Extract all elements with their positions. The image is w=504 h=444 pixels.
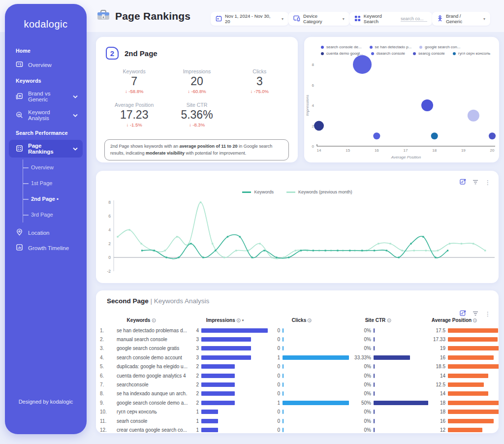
info-icon	[152, 318, 156, 322]
table-row[interactable]: 4.search console demo account3133.33%16	[96, 353, 499, 362]
cell-bar	[283, 355, 349, 360]
keywords-line-chart[interactable]: 86420-2	[96, 196, 499, 281]
bubble-point[interactable]	[373, 132, 380, 139]
cell-value: 4	[188, 328, 200, 333]
table-row[interactable]: 10.гугл серч консоль100%18	[96, 408, 499, 416]
table-row[interactable]: 5.duplicada: google ha elegido u...200%1…	[96, 362, 499, 371]
chart-toolbar	[460, 309, 491, 318]
sidebar-item-brand-vs-generic[interactable]: Brand vs Generic	[9, 88, 83, 105]
column-header-impressions[interactable]: Impressions▾	[206, 317, 244, 323]
svg-text:19: 19	[461, 148, 466, 153]
svg-text:0: 0	[108, 255, 111, 260]
subnav-item[interactable]: 1st Page	[23, 175, 87, 191]
row-number: 12.	[100, 427, 117, 433]
column-header-average-position[interactable]: Average Position	[432, 317, 477, 323]
subnav-item[interactable]: 3rd Page	[23, 207, 87, 222]
svg-text:6: 6	[312, 83, 315, 88]
stat-delta: ↓ -75.0%	[228, 89, 291, 94]
legend-item[interactable]: search console de...	[321, 45, 362, 49]
bubble-point[interactable]	[489, 132, 496, 139]
cell-value: 0%	[352, 337, 373, 342]
info-icon	[308, 318, 312, 322]
cell-value: 33.33%	[352, 355, 373, 360]
keyword-search-filter[interactable]: Keyword Search	[349, 12, 432, 26]
cell-bar	[448, 364, 499, 369]
table-row[interactable]: 2.manual search console300%17.33	[96, 335, 499, 344]
cell-value: 14	[429, 373, 447, 379]
cell-value: 50%	[352, 400, 373, 406]
cell-value: 1	[271, 355, 282, 360]
nav-section-search-performance: Search Performance	[5, 125, 87, 139]
cell-bar	[374, 374, 375, 378]
keyword-cell: гугл серч консоль	[117, 409, 188, 414]
nav-section-home: Home	[5, 43, 87, 57]
cell-value: 0	[271, 373, 282, 379]
table-row[interactable]: 7.searchconsole200%12.5	[96, 380, 499, 389]
sidebar-item-page-rankings[interactable]: Page Rankings	[9, 140, 83, 158]
table-row[interactable]: 6.cuenta demo google analytics 4200%14	[96, 371, 499, 380]
cell-value: 12	[429, 427, 447, 433]
cell-value: 1	[188, 418, 200, 424]
bubble-point[interactable]	[468, 110, 479, 122]
page-rankings-subnav: Overview1st Page2nd Page •3rd Page	[23, 159, 87, 222]
bubble-chart[interactable]: 8642014151617181920Average PositionImpre…	[304, 54, 499, 161]
sidebar-item-growth-timeline[interactable]: Growth Timeline	[9, 241, 83, 255]
filter-icon[interactable]	[472, 309, 478, 318]
sidebar-item-keyword-analysis[interactable]: Keyword Analysis	[9, 106, 83, 124]
date-range-filter[interactable]: Nov 1, 2024 - Nov 30, 20 ▾	[211, 12, 288, 26]
table-row[interactable]: 3.google search console gratis300%19	[96, 344, 499, 353]
sidebar-item-overview[interactable]: Overview	[9, 58, 83, 72]
table-row[interactable]: 12.crear cuenta google search co...100%1…	[96, 425, 499, 433]
stat-label: Average Position	[103, 102, 165, 108]
svg-text:6: 6	[108, 214, 111, 219]
svg-text:15: 15	[346, 148, 350, 153]
cell-value: 0	[271, 391, 282, 396]
brand-generic-filter[interactable]: Brand / Generic ▾	[432, 12, 490, 26]
cell-bar	[374, 419, 375, 423]
column-header-keywords[interactable]: Keywords	[127, 317, 156, 323]
column-header-site-ctr[interactable]: Site CTR	[365, 317, 391, 323]
legend-item[interactable]: Keywords	[242, 190, 274, 194]
keyword-search-input[interactable]	[401, 16, 427, 22]
table-row[interactable]: 9.google search console demo a...2150%18	[96, 398, 499, 407]
bubble-point[interactable]	[353, 55, 372, 74]
row-number: 10.	[100, 409, 117, 414]
bubble-point[interactable]	[431, 132, 438, 139]
device-category-filter[interactable]: Device Category ▾	[288, 12, 349, 26]
kebab-menu-icon[interactable]	[485, 309, 491, 318]
legend-item[interactable]: se han detectado p...	[370, 45, 412, 49]
bubble-point[interactable]	[314, 121, 324, 131]
caret-down-icon: ▾	[343, 17, 345, 21]
sidebar-item-location[interactable]: Location	[9, 225, 83, 240]
cell-value: 17.5	[429, 328, 447, 333]
table-row[interactable]: 11.searh console100%16	[96, 416, 499, 425]
cell-bar	[283, 410, 284, 414]
legend-item[interactable]: Keywords (previous month)	[286, 190, 352, 194]
cell-value: 17.33	[429, 337, 447, 342]
table-row[interactable]: 1.se han detectado problemas d...400%17.…	[96, 326, 499, 335]
row-number: 3.	[100, 346, 117, 351]
stats-card-header: 2 2nd Page	[96, 37, 298, 63]
bubble-point[interactable]	[421, 99, 433, 111]
legend-item[interactable]: google search con...	[419, 45, 460, 49]
bar-chart-icon	[16, 244, 23, 252]
note-bold: moderate visibility	[146, 151, 185, 156]
keyword-cell: duplicada: google ha elegido u...	[117, 364, 188, 369]
cell-value: 2	[188, 391, 200, 396]
subnav-item[interactable]: Overview	[23, 159, 87, 175]
column-header-clicks[interactable]: Clicks	[292, 317, 312, 323]
insights-icon[interactable]	[460, 309, 466, 318]
svg-text:2: 2	[312, 124, 315, 128]
cell-value: 2	[188, 373, 200, 379]
table-row[interactable]: 8.se ha indexado aunque un arch...200%14	[96, 389, 499, 398]
cell-bar	[283, 419, 284, 423]
insights-icon[interactable]	[460, 178, 466, 187]
filter-icon[interactable]	[472, 178, 478, 187]
keyword-cell: crear cuenta google search co...	[117, 427, 188, 433]
cell-bar	[374, 410, 375, 414]
subnav-item[interactable]: 2nd Page •	[23, 191, 87, 207]
legend-dot	[321, 46, 324, 49]
svg-text:8: 8	[108, 200, 111, 205]
cell-value: 12.5	[429, 382, 447, 387]
kebab-menu-icon[interactable]	[485, 178, 491, 187]
